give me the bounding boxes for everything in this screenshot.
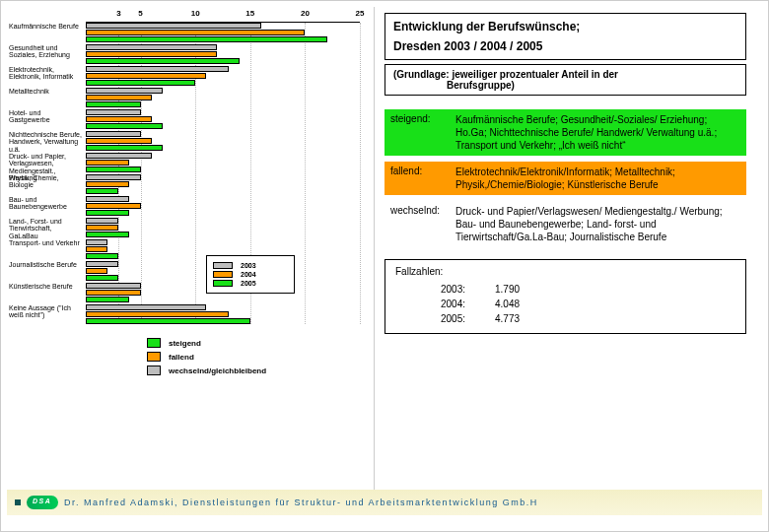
legend-2005: 2005	[241, 280, 256, 287]
bar	[86, 297, 129, 302]
trend-fallend-desc: Elektrotechnik/Elektronik/Informatik; Me…	[450, 162, 746, 195]
bar	[86, 181, 129, 187]
bar	[86, 203, 141, 209]
bar	[86, 196, 129, 202]
bar	[86, 131, 141, 137]
category-label: Keine Aussage ("Ich weiß nicht")	[9, 304, 82, 319]
x-tick: 20	[301, 9, 310, 18]
logo-icon	[27, 496, 58, 509]
bar	[86, 261, 118, 267]
legend-fallend: fallend	[169, 353, 194, 362]
swatch-2003	[213, 262, 233, 269]
category-label: Physik, Chemie, Biologie	[9, 174, 82, 189]
bar	[86, 311, 229, 317]
text-panel: Entwicklung der Berufswünsche; Dresden 2…	[374, 7, 756, 490]
subtitle-line2: Berufsgruppe)	[393, 80, 737, 91]
category-label: Transport- und Verkehr	[9, 239, 82, 246]
fall-val-1: 4.048	[481, 298, 533, 310]
bar	[86, 153, 152, 159]
bar	[86, 160, 129, 166]
category-label: Elektrotechnik, Elektronik, Informatik	[9, 66, 82, 81]
swatch-fallend	[147, 352, 161, 362]
bar	[86, 58, 240, 64]
footer-text: Dr. Manfred Adamski, Dienstleistungen fü…	[64, 498, 538, 507]
category-label: Land-, Forst- und Tierwirtschaft, GaLaBa…	[9, 218, 82, 239]
x-tick: 15	[245, 9, 254, 18]
trend-table: steigend:Kaufmännische Berufe; Gesundhei…	[384, 109, 746, 247]
bar	[86, 51, 217, 57]
title-line2: Dresden 2003 / 2004 / 2005	[393, 39, 737, 53]
fall-year-0: 2003:	[427, 283, 479, 296]
bar	[86, 95, 152, 100]
trend-fallend-label: fallend:	[384, 162, 450, 195]
bar	[86, 44, 217, 50]
category-label: Kaufmännische Berufe	[9, 23, 82, 30]
bar	[86, 239, 107, 245]
bar	[86, 145, 163, 151]
category-label: Nichttechnische Berufe, Handwerk, Verwal…	[9, 131, 82, 153]
category-label: Künstlerische Berufe	[9, 283, 82, 290]
legend-2004: 2004	[241, 271, 256, 278]
swatch-2005	[213, 280, 233, 287]
bar	[86, 174, 141, 180]
bar	[86, 318, 250, 324]
x-tick: 25	[356, 9, 365, 18]
bar	[86, 283, 141, 289]
legend-wechselnd: wechselnd/gleichbleibend	[169, 366, 266, 375]
bar	[86, 88, 163, 94]
x-tick: 3	[116, 9, 120, 18]
bar	[86, 66, 229, 72]
bar	[86, 268, 107, 274]
swatch-steigend	[147, 338, 161, 348]
slide: 3510152025 2003 2004 2005 steigend falle…	[0, 0, 769, 532]
bar	[86, 246, 107, 252]
category-label: Gesundheit und Soziales, Erziehung	[9, 44, 82, 59]
bar	[86, 210, 129, 216]
bar	[86, 36, 327, 42]
title-box: Entwicklung der Berufswünsche; Dresden 2…	[384, 13, 746, 60]
category-label: Hotel- und Gastgewerbe	[9, 109, 82, 124]
chart-panel: 3510152025 2003 2004 2005 steigend falle…	[7, 7, 374, 490]
bar-chart: 3510152025 2003 2004 2005 steigend falle…	[9, 9, 364, 462]
category-label: Bau- und Baunebengewerbe	[9, 196, 82, 211]
legend-trend: steigend fallend wechselnd/gleichbleiben…	[147, 334, 266, 379]
fallzahlen-box: Fallzahlen: 2003:1.790 2004:4.048 2005:4…	[384, 259, 746, 334]
fallzahlen-label: Fallzahlen:	[395, 266, 735, 277]
legend-years: 2003 2004 2005	[206, 255, 295, 294]
x-axis: 3510152025	[86, 9, 360, 23]
bar	[86, 166, 141, 172]
bar	[86, 304, 206, 310]
bar	[86, 253, 118, 259]
fall-year-2: 2005:	[427, 312, 479, 325]
trend-wechselnd-desc: Druck- und Papier/Verlagswesen/ Medienge…	[450, 201, 746, 247]
bar	[86, 23, 261, 29]
bar	[86, 30, 305, 35]
bar	[86, 290, 141, 296]
title-line1: Entwicklung der Berufswünsche;	[393, 20, 737, 33]
trend-steigend-label: steigend:	[384, 109, 450, 156]
subtitle-box: (Grundlage: jeweiliger prozentualer Ante…	[384, 64, 746, 96]
main-area: 3510152025 2003 2004 2005 steigend falle…	[7, 7, 762, 490]
category-label: Metalltechnik	[9, 88, 82, 95]
trend-steigend-desc: Kaufmännische Berufe; Gesundheit/-Sozial…	[450, 109, 746, 156]
bar	[86, 116, 152, 122]
bar	[86, 101, 141, 107]
fall-val-2: 4.773	[481, 312, 533, 325]
bar	[86, 138, 152, 144]
subtitle-line1: (Grundlage: jeweiliger prozentualer Ante…	[393, 69, 618, 80]
bullet-icon	[15, 499, 21, 505]
fallzahlen-table: 2003:1.790 2004:4.048 2005:4.773	[395, 281, 535, 327]
bar	[86, 275, 118, 281]
swatch-2004	[213, 271, 233, 278]
bar	[86, 218, 118, 224]
trend-wechselnd-label: wechselnd:	[384, 201, 450, 247]
category-label: Journalistische Berufe	[9, 261, 82, 268]
legend-steigend: steigend	[169, 339, 201, 348]
bar	[86, 109, 141, 115]
x-tick: 10	[191, 9, 200, 18]
bar	[86, 232, 129, 237]
fall-year-1: 2004:	[427, 298, 479, 310]
bar	[86, 225, 118, 231]
bar	[86, 73, 206, 79]
legend-2003: 2003	[241, 262, 256, 269]
